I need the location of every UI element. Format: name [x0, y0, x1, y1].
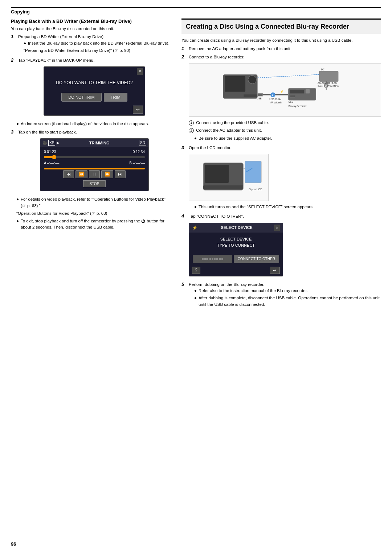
player-header: 🎥 XP ▶ TRIMMING SD — [40, 139, 148, 147]
step5-bullet-a-text: Refer also to the instruction manual of … — [199, 288, 308, 294]
svg-text:USB: USB — [257, 97, 262, 100]
ab-bar — [44, 168, 145, 169]
right-step-4: 4 Tap "CONNECT TO OTHER". ⚡ SELECT DEVIC… — [181, 213, 381, 279]
svg-text:Blu-ray Recorder: Blu-ray Recorder — [288, 105, 307, 108]
two-column-layout: Playing Back with a BD Writer (External … — [11, 19, 381, 311]
right-step3-text: Open the LCD monitor. — [189, 145, 232, 150]
sd-footer: ? ↩ — [189, 265, 283, 276]
bullet-dot-ac: ● — [194, 135, 197, 141]
stop-button[interactable]: STOP — [83, 180, 105, 187]
right-step-2: 2 Connect to a Blu-ray recorder. — [181, 54, 381, 143]
svg-text:DC: DC — [321, 68, 324, 71]
svg-point-2 — [248, 75, 257, 84]
svg-rect-28 — [245, 161, 261, 183]
sd-buttons: ■■■ ■■■■ ■■ CONNECT TO OTHER — [189, 253, 283, 265]
step3-content: Tap on the file to start playback. 🎥 XP … — [18, 129, 171, 194]
select-device-ui: ⚡ SELECT DEVICE ✕ SELECT DEVICE TYPE TO … — [189, 223, 283, 276]
wifi-icon: ⚡ — [192, 225, 197, 231]
sd-header-title: SELECT DEVICE — [221, 225, 252, 231]
right-intro: You can create discs using a Blu-ray rec… — [181, 37, 381, 44]
diagram-note-2: 2 Connect the AC adapter to this unit. — [189, 127, 381, 134]
pause-button[interactable]: ⏸ — [89, 170, 100, 178]
dialog-close-icon[interactable]: ✕ — [137, 68, 143, 75]
time-end: 0:12:34 — [133, 149, 145, 155]
right-step5-content: Perform dubbing on the Blu-ray recorder.… — [189, 282, 381, 309]
progress-bar[interactable] — [44, 156, 145, 158]
sd-close-icon[interactable]: ✕ — [274, 225, 280, 231]
right-step5-num: 5 — [181, 282, 187, 309]
svg-rect-15 — [319, 71, 338, 81]
trim-dialog-back-button[interactable]: ↩ — [133, 106, 143, 114]
monitor-bullet-text: This unit turns on and the "SELECT DEVIC… — [199, 204, 314, 210]
time-start: 0:01:23 — [44, 149, 56, 155]
svg-rect-4 — [257, 94, 262, 97]
step5-bullet-a: ● Refer also to the instruction manual o… — [194, 288, 381, 294]
left-intro: You can play back the Blu-ray discs crea… — [11, 26, 171, 32]
player-body: 0:01:23 0:12:34 A –:––:–– B –:––:–– — [40, 147, 148, 191]
right-step1-content: Remove the AC adapter and battery pack f… — [189, 46, 381, 52]
svg-text:Outlet (110 V to 240 V): Outlet (110 V to 240 V) — [318, 85, 339, 87]
rewind-button[interactable]: ⏪ — [75, 170, 87, 178]
sd-header: ⚡ SELECT DEVICE ✕ — [189, 223, 283, 233]
time-row: 0:01:23 0:12:34 — [44, 149, 145, 155]
right-section-heading: Creating a Disc Using a Connected Blu-ra… — [181, 19, 381, 34]
step1-text: Preparing a BD Writer (External Blu-ray … — [18, 34, 103, 39]
step-2: 2 Tap "PLAYBACK" in the BACK-UP menu. ✕ … — [11, 57, 171, 119]
do-not-trim-button[interactable]: DO NOT TRIM — [61, 93, 101, 102]
sd-label: SD — [139, 140, 146, 146]
trim-dialog-footer: ↩ — [44, 104, 145, 115]
camera-icon: 🎥 — [42, 140, 47, 145]
svg-text:USB: USB — [288, 100, 293, 103]
svg-text:AC Adapter To AC: AC Adapter To AC — [318, 82, 337, 85]
right-step3-content: Open the LCD monitor. — [189, 145, 381, 212]
step1-bullet-text: Insert the Blu-ray disc to play back int… — [28, 40, 170, 46]
forward-button[interactable]: ⏩ — [101, 170, 113, 178]
sd-line1: SELECT DEVICE — [195, 236, 277, 243]
trimming-player: 🎥 XP ▶ TRIMMING SD 0:01:23 0:12:34 — [40, 138, 149, 191]
monitor-svg: Open LCD — [192, 156, 265, 199]
svg-rect-12 — [306, 89, 310, 93]
step2-content: Tap "PLAYBACK" in the BACK-UP menu. ✕ DO… — [18, 57, 171, 119]
svg-rect-27 — [205, 165, 229, 183]
after-dialog-text: An index screen (thumbnail display) of t… — [21, 121, 149, 127]
right-step-1: 1 Remove the AC adapter and battery pack… — [181, 46, 381, 52]
svg-text:USB Cable: USB Cable — [269, 98, 281, 101]
bullet-dot-4: ● — [16, 218, 19, 231]
step-3: 3 Tap on the file to start playback. 🎥 X… — [11, 129, 171, 194]
xp-label: XP — [48, 140, 55, 146]
sd-back-button[interactable]: ↩ — [270, 267, 280, 274]
page-number: 96 — [11, 541, 16, 547]
step1-num: 1 — [11, 34, 16, 55]
step5-bullet-b: ● After dubbing is complete, disconnect … — [194, 295, 381, 308]
next-button[interactable]: ⏭ — [115, 170, 126, 178]
bullet-dot-3: ● — [16, 196, 19, 209]
left-column: Playing Back with a BD Writer (External … — [11, 19, 171, 311]
svg-line-17 — [256, 75, 319, 78]
right-step1-num: 1 — [181, 46, 187, 52]
sd-placeholder-button[interactable]: ■■■ ■■■■ ■■ — [193, 255, 232, 263]
svg-rect-30 — [203, 185, 243, 189]
page: Copying Playing Back with a BD Writer (E… — [0, 0, 392, 554]
svg-rect-11 — [290, 90, 304, 93]
trim-dialog: ✕ DO YOU WANT TO TRIM THE VIDEO? DO NOT … — [44, 66, 145, 116]
top-bar: Copying — [11, 7, 381, 16]
trim-button[interactable]: TRIM — [104, 93, 127, 102]
prev-button[interactable]: ⏮ — [63, 170, 74, 178]
bullet-dot-monitor: ● — [194, 204, 197, 210]
section-title: Copying — [11, 9, 30, 15]
step2-num: 2 — [11, 57, 16, 119]
arrow-icon: ▶ — [57, 140, 60, 145]
right-step1-text: Remove the AC adapter and battery pack f… — [189, 46, 291, 51]
note1-text: Connect using the provided USB cable. — [196, 120, 269, 125]
svg-rect-1 — [225, 76, 245, 92]
player-controls: ⏮ ⏪ ⏸ ⏩ ⏭ — [44, 170, 145, 178]
step3-num: 3 — [11, 129, 16, 194]
sd-help-button[interactable]: ? — [192, 267, 200, 274]
point-a: A –:––:–– — [44, 160, 59, 166]
sd-body: SELECT DEVICE TYPE TO CONNECT — [189, 233, 283, 253]
player-bullet-1-text: For details on video playback, refer to … — [21, 196, 171, 209]
right-step2-num: 2 — [181, 54, 187, 143]
trim-dialog-body: DO YOU WANT TO TRIM THE VIDEO? — [44, 76, 145, 90]
connect-to-other-button[interactable]: CONNECT TO OTHER — [234, 255, 279, 263]
step1-indent: "Preparing a BD Writer (External Blu-ray… — [24, 48, 171, 54]
